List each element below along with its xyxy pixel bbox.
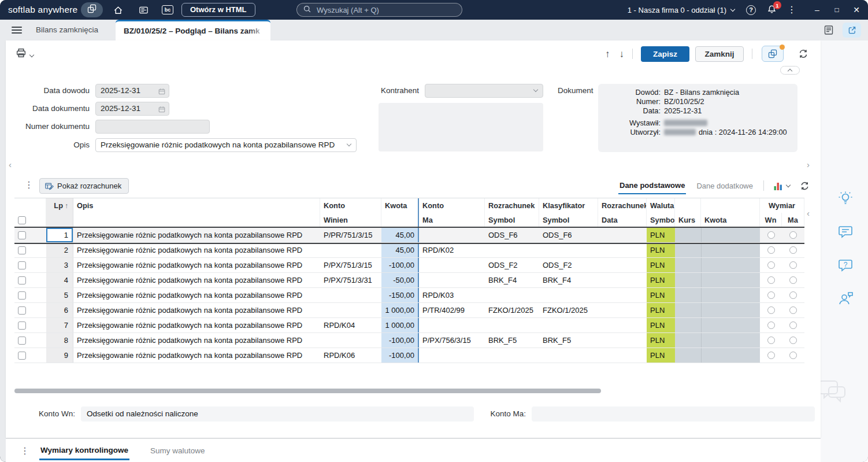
- cell-konto-winien[interactable]: P/PX/751/3/15: [320, 258, 381, 272]
- ma-radio[interactable]: [789, 261, 797, 269]
- cell-konto-ma[interactable]: RPD/K03: [419, 288, 485, 302]
- ma-radio[interactable]: [789, 306, 797, 314]
- cell-kwota[interactable]: -100,00: [381, 333, 419, 348]
- cell-rozrachunek-data[interactable]: [598, 228, 647, 242]
- cell-lp[interactable]: 9: [46, 348, 73, 363]
- cell-kwota[interactable]: 1 000,00: [381, 303, 419, 317]
- cell-lp[interactable]: 1: [46, 228, 73, 242]
- cell-kurs[interactable]: [675, 258, 701, 272]
- cell-klasyfikator-symbol[interactable]: FZKO/1/2025: [539, 303, 598, 317]
- cell-waluta-symbol[interactable]: PLN: [647, 228, 675, 242]
- cell-waluta-symbol[interactable]: PLN: [647, 288, 675, 302]
- cell-kurs[interactable]: [675, 288, 701, 302]
- feedback-chat-button[interactable]: [836, 222, 855, 242]
- cell-opis[interactable]: Przeksięgowanie różnic podatkowych na ko…: [73, 288, 320, 302]
- cell-waluta-symbol[interactable]: PLN: [647, 348, 675, 363]
- cell-kwota[interactable]: 45,00: [381, 228, 419, 242]
- scroll-left-icon[interactable]: ‹: [9, 160, 12, 169]
- move-down-button[interactable]: ↓: [620, 46, 625, 62]
- row-checkbox[interactable]: [18, 276, 26, 284]
- bottom-menu-icon[interactable]: ⋮: [20, 445, 29, 456]
- cell-klasyfikator-symbol[interactable]: [539, 348, 598, 363]
- col-kwota-waluta[interactable]: Kwota: [701, 213, 760, 227]
- tab-bz-podglad-active[interactable]: BZ/010/25/2 – Podgląd – Bilans zamk: [116, 20, 270, 40]
- cell-opis[interactable]: Przeksięgowanie różnic podatkowych na ko…: [73, 228, 320, 242]
- cell-rozrachunek-data[interactable]: [598, 273, 647, 287]
- col-wn[interactable]: Wn: [760, 213, 782, 227]
- cell-lp[interactable]: 7: [46, 318, 73, 332]
- cell-opis[interactable]: Przeksięgowanie różnic podatkowych na ko…: [73, 333, 320, 348]
- window-minimize-button[interactable]: –: [813, 5, 822, 14]
- copies-toggle-button[interactable]: [762, 46, 784, 62]
- cell-klasyfikator-symbol[interactable]: BRK_F5: [539, 333, 598, 348]
- ma-radio[interactable]: [789, 337, 797, 344]
- cell-rozrachunek-symbol[interactable]: [485, 288, 539, 302]
- cell-rozrachunek-symbol[interactable]: ODS_F6: [485, 228, 539, 242]
- cell-waluta-symbol[interactable]: PLN: [647, 333, 675, 348]
- wn-radio[interactable]: [767, 276, 775, 284]
- chart-view-button[interactable]: [773, 181, 790, 191]
- row-checkbox[interactable]: [18, 352, 26, 360]
- open-in-html-button[interactable]: Otwórz w HTML: [181, 3, 255, 17]
- cell-konto-winien[interactable]: [320, 243, 381, 257]
- cell-rozrachunek-symbol[interactable]: FZKO/1/2025: [485, 303, 539, 317]
- wn-radio[interactable]: [767, 231, 775, 239]
- wn-radio[interactable]: [767, 352, 775, 359]
- col-rozrachunek[interactable]: Rozrachunek: [485, 198, 539, 213]
- col-winien[interactable]: Winien: [320, 213, 381, 227]
- cell-opis[interactable]: Przeksięgowanie różnic podatkowych na ko…: [73, 303, 320, 317]
- cell-konto-ma[interactable]: [419, 228, 485, 242]
- cell-lp[interactable]: 4: [46, 273, 73, 287]
- wn-radio[interactable]: [767, 246, 775, 254]
- col-ma2[interactable]: Ma: [782, 213, 804, 227]
- ma-radio[interactable]: [789, 291, 797, 299]
- row-checkbox[interactable]: [18, 261, 26, 269]
- global-search[interactable]: [296, 3, 462, 17]
- cell-kurs[interactable]: [675, 333, 701, 348]
- table-row[interactable]: 6 Przeksięgowanie różnic podatkowych na …: [14, 303, 804, 318]
- cell-waluta-symbol[interactable]: PLN: [647, 318, 675, 332]
- cell-konto-winien[interactable]: RPD/K06: [320, 348, 381, 363]
- cell-rozrachunek-symbol[interactable]: BRK_F4: [485, 273, 539, 287]
- kontrahent-select[interactable]: [425, 84, 543, 98]
- wn-radio[interactable]: [767, 291, 775, 299]
- save-button[interactable]: Zapisz: [641, 46, 689, 62]
- select-all-checkbox[interactable]: [18, 216, 26, 224]
- cell-waluta-kwota[interactable]: [701, 318, 760, 332]
- cell-konto-winien[interactable]: P/PX/751/3/31: [320, 273, 381, 287]
- ma-radio[interactable]: [789, 321, 797, 329]
- col-konto-ma[interactable]: Konto: [419, 198, 485, 213]
- col-wymiar[interactable]: Wymiar: [760, 198, 804, 213]
- row-checkbox[interactable]: [18, 337, 26, 345]
- cell-rozrachunek-symbol[interactable]: [485, 243, 539, 257]
- cell-kurs[interactable]: [675, 228, 701, 242]
- row-checkbox[interactable]: [18, 231, 26, 239]
- cell-kurs[interactable]: [675, 243, 701, 257]
- cell-konto-winien[interactable]: P/PR/751/3/15: [320, 228, 381, 242]
- cell-rozrachunek-data[interactable]: [598, 303, 647, 317]
- cell-kwota[interactable]: -150,00: [381, 288, 419, 302]
- col-symbol[interactable]: Symbol: [485, 213, 539, 227]
- cell-konto-winien[interactable]: [320, 288, 381, 302]
- wn-radio[interactable]: [767, 337, 775, 344]
- cell-rozrachunek-symbol[interactable]: BRK_F5: [485, 333, 539, 348]
- cell-kwota[interactable]: 1 000,00: [381, 318, 419, 332]
- cell-waluta-kwota[interactable]: [701, 333, 760, 348]
- table-row[interactable]: 7 Przeksięgowanie różnic podatkowych na …: [14, 318, 804, 333]
- cell-lp[interactable]: 8: [46, 333, 73, 348]
- bc-icon[interactable]: bc: [162, 5, 173, 14]
- cell-kwota[interactable]: -100,00: [381, 348, 419, 363]
- ma-radio[interactable]: [789, 276, 797, 284]
- cell-waluta-symbol[interactable]: PLN: [647, 243, 675, 257]
- ma-radio[interactable]: [789, 246, 797, 254]
- window-maximize-button[interactable]: □: [832, 6, 841, 14]
- assistant-idea-button[interactable]: [836, 189, 855, 208]
- window-close-button[interactable]: ✕: [852, 5, 861, 14]
- cell-waluta-kwota[interactable]: [701, 228, 760, 242]
- table-row[interactable]: 5 Przeksięgowanie różnic podatkowych na …: [14, 288, 804, 303]
- cell-klasyfikator-symbol[interactable]: [539, 243, 598, 257]
- col-ma[interactable]: Ma: [419, 213, 485, 227]
- cell-klasyfikator-symbol[interactable]: ODS_F2: [539, 258, 598, 272]
- scroll-right-icon[interactable]: ›: [807, 160, 810, 169]
- cell-klasyfikator-symbol[interactable]: [539, 318, 598, 332]
